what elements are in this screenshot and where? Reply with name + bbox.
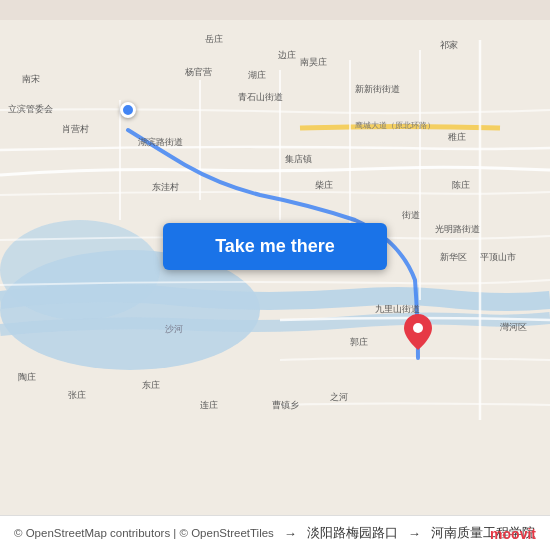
- destination-marker: [404, 314, 432, 350]
- svg-text:街道: 街道: [402, 210, 420, 220]
- svg-text:祁家: 祁家: [440, 40, 458, 50]
- origin-label: 淡阳路梅园路口: [307, 524, 398, 542]
- svg-text:边庄: 边庄: [278, 50, 296, 60]
- svg-text:立滨管委会: 立滨管委会: [8, 104, 53, 114]
- svg-text:湖滨路街道: 湖滨路街道: [138, 137, 183, 147]
- svg-text:郭庄: 郭庄: [350, 337, 368, 347]
- svg-text:杨官营: 杨官营: [184, 67, 212, 77]
- svg-text:光明路街道: 光明路街道: [435, 224, 480, 234]
- svg-text:稚庄: 稚庄: [448, 132, 466, 142]
- svg-text:柴庄: 柴庄: [315, 180, 333, 190]
- map-container: 岳庄 边庄 南宋 杨官营 湖庄 南昊庄 祁家 立滨管委会 青石山街道 新新街街道…: [0, 0, 550, 550]
- map-background: 岳庄 边庄 南宋 杨官营 湖庄 南昊庄 祁家 立滨管委会 青石山街道 新新街街道…: [0, 0, 550, 550]
- svg-point-36: [413, 323, 423, 333]
- moovit-logo-text: moovit: [490, 526, 536, 542]
- copyright-text: © OpenStreetMap contributors | © OpenStr…: [14, 527, 274, 539]
- svg-text:平顶山市: 平顶山市: [480, 252, 516, 262]
- svg-text:湖庄: 湖庄: [248, 70, 266, 80]
- svg-text:肖营村: 肖营村: [62, 124, 89, 134]
- svg-text:沙河: 沙河: [165, 324, 183, 334]
- svg-text:新新街街道: 新新街街道: [355, 84, 400, 94]
- svg-text:九里山街道: 九里山街道: [375, 304, 420, 314]
- svg-text:张庄: 张庄: [68, 390, 86, 400]
- take-me-there-button[interactable]: Take me there: [163, 223, 387, 270]
- svg-text:青石山街道: 青石山街道: [238, 92, 283, 102]
- svg-text:南宋: 南宋: [22, 74, 40, 84]
- svg-text:岳庄: 岳庄: [205, 34, 223, 44]
- route-arrow-2: →: [408, 526, 421, 541]
- svg-text:东庄: 东庄: [142, 380, 160, 390]
- bottom-bar: © OpenStreetMap contributors | © OpenStr…: [0, 515, 550, 550]
- svg-text:灣河区: 灣河区: [500, 322, 527, 332]
- svg-text:连庄: 连庄: [200, 400, 218, 410]
- svg-text:鹰城大道（原北环路）: 鹰城大道（原北环路）: [355, 121, 435, 130]
- moovit-logo: moovit: [490, 526, 536, 542]
- route-arrow: →: [284, 526, 297, 541]
- svg-text:东洼村: 东洼村: [152, 182, 179, 192]
- svg-text:之河: 之河: [330, 392, 348, 402]
- svg-text:陈庄: 陈庄: [452, 180, 470, 190]
- svg-text:曹镇乡: 曹镇乡: [272, 400, 299, 410]
- svg-text:集店镇: 集店镇: [285, 154, 312, 164]
- svg-text:新华区: 新华区: [440, 252, 467, 262]
- svg-text:南昊庄: 南昊庄: [300, 57, 327, 67]
- svg-text:陶庄: 陶庄: [18, 372, 36, 382]
- origin-marker: [120, 102, 136, 118]
